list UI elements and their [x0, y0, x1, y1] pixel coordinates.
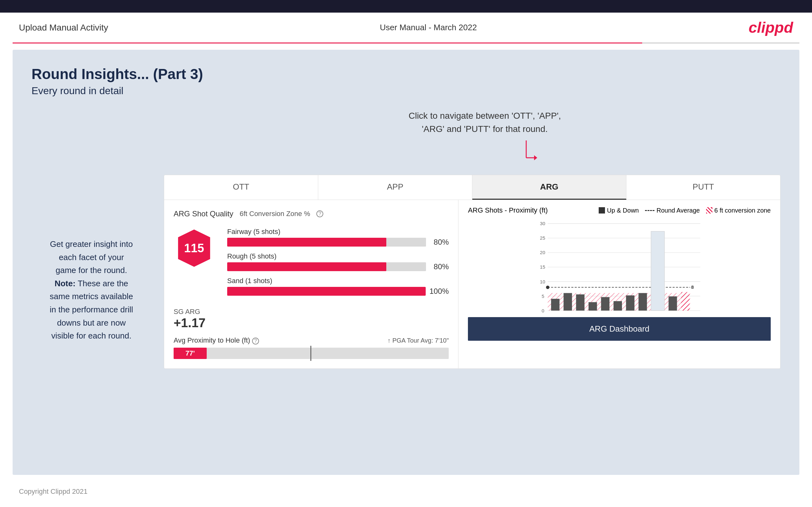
legend: Up & Down Round Average 6 ft conversion …	[599, 207, 771, 214]
bar-track-rough	[227, 262, 426, 271]
sg-section: SG ARG +1.17	[173, 308, 449, 330]
arrow-icon	[517, 139, 542, 167]
section-header-left: ARG Shot Quality 6ft Conversion Zone % ?	[173, 210, 449, 218]
navigate-hint: Click to navigate between 'OTT', 'APP','…	[409, 109, 561, 136]
manual-label: User Manual - March 2022	[380, 23, 477, 33]
bar-fill-fairway	[227, 238, 386, 246]
arg-dashboard-button[interactable]: ARG Dashboard	[468, 317, 771, 341]
header: Upload Manual Activity User Manual - Mar…	[0, 13, 812, 43]
svg-rect-23	[551, 299, 560, 311]
proximity-value: 77'	[186, 349, 195, 357]
svg-marker-2	[534, 155, 537, 160]
chart-area: 0 5 10 15 20 25 30	[468, 220, 771, 314]
svg-text:30: 30	[540, 221, 546, 226]
svg-point-19	[546, 286, 550, 289]
chart-title: ARG Shots - Proximity (ft)	[468, 206, 548, 215]
svg-rect-27	[601, 297, 610, 311]
tab-arg[interactable]: ARG	[472, 175, 626, 200]
hexagon-score: 115	[173, 228, 215, 269]
svg-text:15: 15	[540, 264, 546, 270]
shot-quality-label: ARG Shot Quality	[173, 210, 233, 218]
chart-header: ARG Shots - Proximity (ft) Up & Down Rou…	[468, 206, 771, 215]
bar-label-sand: Sand (1 shots)	[227, 277, 449, 285]
legend-up-down: Up & Down	[599, 207, 639, 214]
svg-rect-32	[669, 296, 677, 311]
svg-rect-29	[626, 295, 635, 311]
clippd-logo: clippd	[749, 19, 793, 36]
hexagon-area: 115 Fairway (5 shots) 80%	[173, 228, 449, 301]
right-section: ARG Shots - Proximity (ft) Up & Down Rou…	[458, 200, 780, 369]
card-body: ARG Shot Quality 6ft Conversion Zone % ?…	[164, 200, 780, 369]
svg-rect-31	[651, 231, 665, 311]
legend-dashed-line	[645, 210, 654, 211]
tab-ott[interactable]: OTT	[164, 175, 318, 200]
tabs-container: OTT APP ARG PUTT	[164, 175, 780, 200]
legend-hatched-box	[706, 207, 712, 214]
tab-putt[interactable]: PUTT	[626, 175, 780, 200]
sg-value: +1.17	[173, 316, 449, 330]
page-title: Round Insights... (Part 3)	[32, 65, 780, 82]
top-bar	[0, 0, 812, 13]
header-divider	[13, 43, 799, 44]
insight-text: Get greater insight intoeach facet of yo…	[32, 238, 151, 343]
bar-row-fairway: Fairway (5 shots) 80%	[227, 228, 449, 246]
legend-box-updown	[599, 207, 605, 214]
svg-rect-24	[564, 293, 572, 311]
hex-value: 115	[184, 241, 204, 255]
proximity-chart: 0 5 10 15 20 25 30	[468, 220, 771, 314]
bar-pct-fairway: 80%	[430, 238, 449, 246]
bar-row-rough: Rough (5 shots) 80%	[227, 252, 449, 271]
svg-text:8: 8	[691, 284, 694, 290]
svg-rect-26	[589, 302, 597, 311]
svg-text:10: 10	[540, 279, 546, 284]
left-section: ARG Shot Quality 6ft Conversion Zone % ?…	[164, 200, 458, 369]
pga-avg: ↑ PGA Tour Avg: 7'10"	[388, 337, 449, 344]
bar-label-fairway: Fairway (5 shots)	[227, 228, 449, 236]
legend-6ft-label: 6 ft conversion zone	[714, 207, 771, 214]
bar-track-sand	[227, 287, 426, 296]
bar-fill-rough	[227, 262, 386, 271]
proximity-info-icon[interactable]: ?	[252, 338, 259, 344]
proximity-header: Avg Proximity to Hole (ft) ? ↑ PGA Tour …	[173, 336, 449, 344]
bar-fill-sand	[227, 287, 426, 296]
legend-round-avg-label: Round Average	[656, 207, 700, 214]
bar-label-rough: Rough (5 shots)	[227, 252, 449, 261]
bar-pct-rough: 80%	[430, 262, 449, 271]
legend-updown-label: Up & Down	[607, 207, 639, 214]
main-content: Round Insights... (Part 3) Every round i…	[13, 50, 799, 475]
legend-6ft: 6 ft conversion zone	[706, 207, 771, 214]
bar-track-fairway	[227, 238, 426, 246]
round-insights-card: OTT APP ARG PUTT ARG Shot Quality 6ft Co…	[164, 175, 780, 369]
proximity-cursor	[310, 346, 311, 361]
content-layout: Get greater insight intoeach facet of yo…	[32, 175, 780, 369]
proximity-bar-fill: 77'	[173, 348, 207, 359]
svg-text:5: 5	[542, 293, 544, 299]
bars-container: Fairway (5 shots) 80% Rou	[227, 228, 449, 301]
right-panel: OTT APP ARG PUTT ARG Shot Quality 6ft Co…	[164, 175, 780, 369]
left-panel: Get greater insight intoeach facet of yo…	[32, 175, 151, 369]
proximity-section: Avg Proximity to Hole (ft) ? ↑ PGA Tour …	[173, 336, 449, 359]
tab-app[interactable]: APP	[318, 175, 472, 200]
info-icon[interactable]: ?	[316, 210, 323, 217]
proximity-label: Avg Proximity to Hole (ft) ?	[173, 336, 259, 344]
conversion-label: 6ft Conversion Zone %	[240, 210, 310, 218]
proximity-bar: 77'	[173, 348, 449, 359]
svg-rect-25	[576, 294, 585, 311]
svg-text:25: 25	[540, 235, 546, 240]
svg-rect-28	[613, 301, 622, 311]
svg-text:0: 0	[542, 308, 544, 313]
upload-label: Upload Manual Activity	[19, 23, 108, 33]
bar-pct-sand: 100%	[429, 287, 449, 296]
footer: Copyright Clippd 2021	[0, 481, 812, 502]
svg-rect-30	[639, 293, 647, 311]
svg-rect-33	[681, 292, 690, 311]
svg-text:20: 20	[540, 250, 546, 255]
logo: clippd	[749, 19, 793, 36]
sg-label: SG ARG	[173, 308, 449, 316]
page-subtitle: Every round in detail	[32, 85, 780, 97]
bar-row-sand: Sand (1 shots) 100%	[227, 277, 449, 296]
copyright: Copyright Clippd 2021	[19, 488, 88, 495]
legend-round-avg: Round Average	[645, 207, 700, 214]
